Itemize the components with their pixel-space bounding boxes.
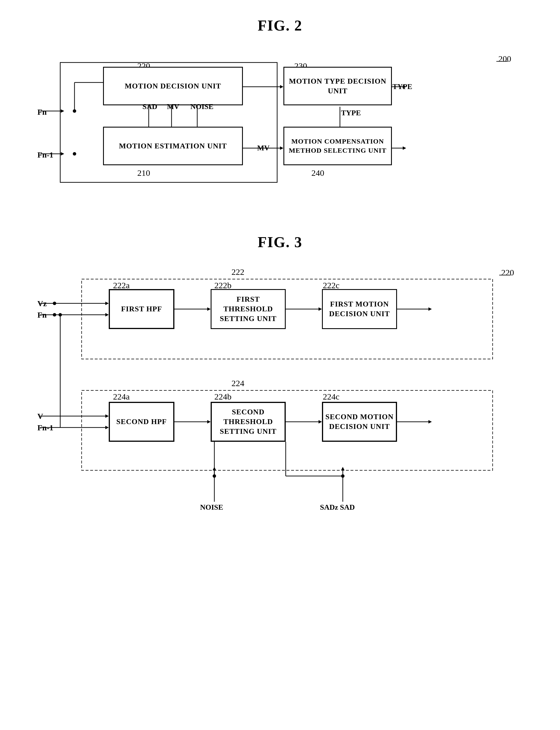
fig2-title: FIG. 2: [0, 0, 560, 34]
svg-point-58: [341, 474, 345, 478]
svg-marker-54: [213, 467, 216, 470]
fig3-ref222c: 222c: [323, 281, 339, 290]
svg-point-32: [59, 313, 62, 316]
fig2-mv-inner-label: MV: [167, 102, 179, 111]
svg-marker-25: [403, 146, 406, 150]
fig2-fn1-label: Fn-1: [37, 150, 53, 160]
fig2-type-label: TYPE: [392, 82, 412, 91]
fig3-ref224c: 224c: [323, 392, 339, 402]
fig3-noise-label: NOISE: [200, 503, 223, 512]
fig3-diagram: 220 222 224 Vz Fn V Fn-1 222a 222b 222c …: [37, 262, 523, 519]
fig3-title: FIG. 3: [37, 234, 523, 251]
svg-marker-17: [280, 85, 283, 88]
svg-marker-29: [105, 302, 109, 305]
first-threshold-box: FIRST THRESHOLD SETTING UNIT: [211, 289, 286, 329]
svg-marker-37: [105, 414, 109, 418]
svg-point-55: [213, 474, 216, 478]
fig2-diagram: 200 Fn Fn-1 220 MOTION DECISION UNIT SAD…: [37, 45, 523, 211]
fig2-mv-out-label: MV: [257, 144, 269, 152]
motion-estimation-unit-box: MOTION ESTIMATION UNIT: [103, 127, 243, 165]
svg-marker-31: [105, 313, 109, 316]
fig3-vz-label: Vz: [37, 299, 47, 308]
svg-marker-2: [61, 109, 64, 113]
svg-point-6: [73, 152, 76, 156]
fig3-fn1-label: Fn-1: [37, 423, 53, 432]
svg-marker-50: [319, 420, 322, 424]
fig3-ref222b: 222b: [214, 281, 231, 290]
first-motion-decision-box: FIRST MOTION DECISION UNIT: [322, 289, 397, 329]
second-threshold-box: SECOND THRESHOLD SETTING UNIT: [211, 402, 286, 442]
fig3-ref222: 222: [231, 267, 244, 277]
svg-marker-4: [61, 152, 64, 156]
fig2-sad-label: SAD: [142, 102, 157, 111]
svg-marker-48: [207, 420, 211, 424]
motion-compensation-unit-box: MOTION COMPENSATION METHOD SELECTING UNI…: [283, 127, 392, 165]
svg-point-39: [53, 302, 56, 305]
second-hpf-box: SECOND HPF: [109, 402, 174, 442]
fig2-ref210: 210: [137, 168, 150, 178]
fig2-ref200: 200: [498, 54, 511, 64]
fig3-sadz-sad-label: SADz SAD: [320, 503, 355, 512]
fig3-ref220: 220: [501, 268, 514, 277]
first-hpf-box: FIRST HPF: [109, 289, 174, 329]
svg-marker-35: [105, 426, 109, 429]
fig3-fn-label: Fn: [37, 310, 47, 320]
fig3-ref224: 224: [231, 378, 244, 388]
svg-point-40: [53, 313, 56, 316]
fig3-v-label: V: [37, 412, 43, 421]
fig2-ref240: 240: [311, 168, 324, 178]
svg-marker-57: [341, 467, 345, 470]
svg-point-5: [73, 109, 76, 113]
svg-marker-42: [207, 307, 211, 311]
fig2-fn-label: Fn: [37, 108, 47, 117]
motion-type-decision-unit-box: MOTION TYPE DECISION UNIT: [283, 67, 392, 105]
svg-marker-23: [280, 146, 283, 150]
fig2-noise-label: NOISE: [190, 102, 213, 111]
fig2-type-down-label: TYPE: [341, 109, 361, 117]
motion-decision-unit-box: MOTION DECISION UNIT: [103, 67, 243, 105]
svg-marker-52: [428, 420, 432, 424]
fig3-ref224b: 224b: [214, 392, 231, 402]
fig3-ref222a: 222a: [113, 281, 130, 290]
second-motion-decision-box: SECOND MOTION DECISION UNIT: [322, 402, 397, 442]
svg-marker-44: [319, 307, 322, 311]
fig3-ref224a: 224a: [113, 392, 130, 402]
svg-marker-46: [428, 307, 432, 311]
